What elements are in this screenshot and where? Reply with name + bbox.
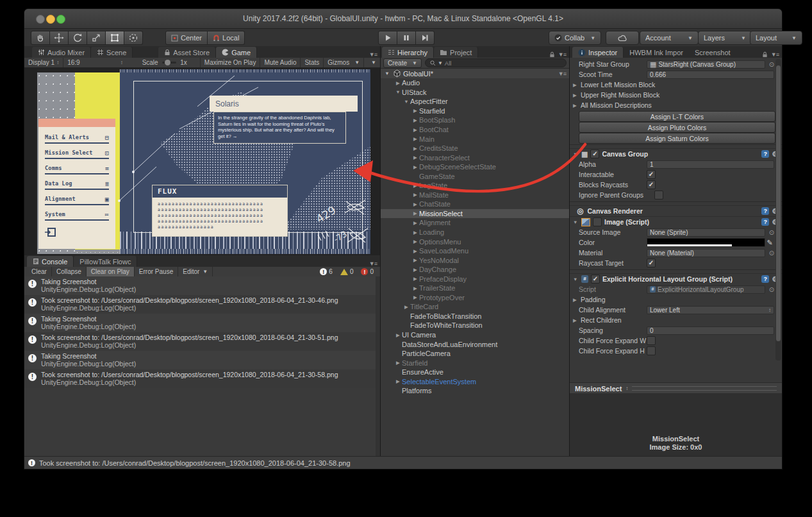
- tab-inspector[interactable]: Inspector: [572, 47, 624, 58]
- console-log-entry[interactable]: Taking Screenshot UnityEngine.Debug:Log(…: [24, 276, 376, 295]
- aspect-dropdown[interactable]: 16:9↕: [63, 58, 126, 67]
- help-icon[interactable]: [761, 218, 769, 226]
- expand-arrow[interactable]: ▼: [394, 89, 402, 95]
- hierarchy-item[interactable]: ParticleCamera: [381, 349, 569, 359]
- tab-console[interactable]: Console: [27, 256, 74, 267]
- console-log-entry[interactable]: Took screenshot to: /Users/conrad/Deskto…: [24, 369, 376, 388]
- game-menu-item[interactable]: Mission Select ⊡: [45, 148, 109, 159]
- foldout-arrow-icon[interactable]: ▶: [573, 318, 579, 323]
- game-menu-item[interactable]: Mail & Alerts ⊟: [45, 132, 109, 144]
- create-button[interactable]: Create▼: [383, 58, 422, 68]
- error-count-toggle[interactable]: !0: [357, 268, 377, 275]
- source-image-field[interactable]: None (Sprite): [647, 228, 765, 237]
- raycast-target-checkbox[interactable]: ✓: [647, 258, 656, 267]
- foldout-row[interactable]: ▶ All Mission Descriptions: [570, 100, 782, 110]
- status-bar[interactable]: ! Took screenshot to: /Users/conrad/Desk…: [24, 456, 782, 469]
- tab-screenshot[interactable]: Screenshot: [689, 47, 736, 58]
- panel-menu-icon[interactable]: ▼≡: [369, 51, 377, 58]
- tab-game[interactable]: Game: [216, 47, 257, 58]
- script-field[interactable]: ExplicitHorizontalLayoutGroup: [647, 285, 765, 294]
- maximize-on-play-button[interactable]: Maximize On Play: [200, 58, 260, 67]
- tab-audio-mixer[interactable]: Audio Mixer: [32, 47, 91, 58]
- hierarchy-item[interactable]: ▶ UI Camera: [381, 330, 569, 340]
- tab-asset-store[interactable]: Asset Store: [158, 47, 216, 58]
- scoot-time-field[interactable]: 0.666: [647, 71, 774, 79]
- expand-arrow[interactable]: ▶: [411, 192, 419, 198]
- foldout-arrow-icon[interactable]: ▶: [573, 92, 579, 98]
- expand-arrow[interactable]: ▶: [411, 294, 419, 300]
- tab-hierarchy[interactable]: Hierarchy: [382, 47, 434, 58]
- hierarchy-item[interactable]: ▶ SelectableEventSystem: [381, 377, 569, 387]
- foldout-row[interactable]: ▶ Lower Left Mission Block: [570, 80, 782, 90]
- console-scrollbar[interactable]: [376, 276, 380, 457]
- help-icon[interactable]: [761, 150, 769, 158]
- hierarchy-item[interactable]: Platforms: [381, 386, 569, 396]
- transform-tool-icon[interactable]: [124, 31, 143, 45]
- padding-foldout[interactable]: ▶ Padding: [570, 294, 782, 305]
- expand-arrow[interactable]: ▶: [411, 117, 419, 123]
- play-button[interactable]: [378, 31, 397, 45]
- game-toolbar-overflow[interactable]: ▼: [363, 58, 380, 67]
- hierarchy-item[interactable]: ▶ BootSplash: [381, 115, 569, 125]
- cloud-button[interactable]: [606, 31, 639, 45]
- account-dropdown[interactable]: Account ▼: [640, 31, 699, 45]
- rect-children-foldout[interactable]: ▶ Rect Children: [570, 315, 782, 325]
- hierarchy-item[interactable]: GameState: [381, 171, 569, 181]
- hierarchy-item[interactable]: ▶ Loading: [381, 228, 569, 237]
- panel-menu-icon[interactable]: ▼≡: [369, 260, 377, 267]
- scale-slider[interactable]: [162, 62, 177, 64]
- console-log-entry[interactable]: Taking Screenshot UnityEngine.Debug:Log(…: [24, 314, 376, 332]
- stats-button[interactable]: Stats: [300, 58, 323, 67]
- expand-arrow[interactable]: ▼: [402, 99, 410, 105]
- foldout-arrow-icon[interactable]: ▶: [573, 103, 579, 108]
- assign-colors-button[interactable]: Assign Saturn Colors: [579, 133, 775, 144]
- hierarchy-item[interactable]: ▶ Audio: [381, 78, 569, 88]
- step-button[interactable]: [416, 31, 435, 45]
- expand-arrow[interactable]: ▶: [411, 127, 419, 133]
- scene-header-row[interactable]: ▼ GlobalUI* ▼≡: [381, 69, 569, 78]
- console-log-entry[interactable]: Taking Screenshot UnityEngine.Debug:Log(…: [24, 351, 376, 369]
- component-enabled-checkbox[interactable]: ✓: [591, 275, 600, 284]
- hierarchy-item[interactable]: ▶ PrototypeOver: [381, 293, 569, 303]
- interactable-checkbox[interactable]: ✓: [647, 170, 656, 179]
- pivot-local-button[interactable]: Local: [208, 31, 245, 45]
- tab-scene[interactable]: Scene: [91, 47, 133, 58]
- titlebar[interactable]: Unity 2017.4.2f2 (64bit) - GlobalUI.unit…: [24, 9, 782, 29]
- layout-dropdown[interactable]: Layout ▼: [750, 31, 802, 45]
- collab-dropdown[interactable]: Collab ▼: [549, 31, 601, 45]
- spacing-field[interactable]: 0: [647, 326, 774, 335]
- game-menu-item[interactable]: Comms ≡: [45, 163, 109, 174]
- assign-colors-button[interactable]: Assign Pluto Colors: [579, 122, 775, 133]
- preview-header[interactable]: MissionSelect ↕: [570, 382, 782, 394]
- hand-tool-icon[interactable]: [31, 31, 50, 45]
- ignore-parent-groups-checkbox[interactable]: [654, 191, 663, 199]
- layers-dropdown[interactable]: Layers ▼: [698, 31, 752, 45]
- pivot-center-button[interactable]: Center: [165, 31, 208, 45]
- hierarchy-item[interactable]: ▶ PrefaceDisplay: [381, 274, 569, 284]
- hierarchy-item[interactable]: ▶ Starfield: [381, 358, 569, 368]
- hierarchy-item[interactable]: ▶ OptionsMenu: [381, 237, 569, 246]
- alpha-field[interactable]: 1: [647, 160, 774, 169]
- rect-tool-icon[interactable]: [106, 31, 124, 45]
- expand-arrow[interactable]: ▶: [411, 276, 419, 282]
- right-star-group-field[interactable]: StarsRight (Canvas Group): [647, 60, 765, 69]
- search-scope-chevron-icon[interactable]: ▼: [438, 60, 443, 66]
- hierarchy-item[interactable]: ▶ Alignment: [381, 218, 569, 228]
- hierarchy-item[interactable]: ▶ MailState: [381, 191, 569, 200]
- expand-arrow[interactable]: ▶: [411, 146, 419, 151]
- expand-arrow[interactable]: ▼: [383, 71, 391, 76]
- child-alignment-dropdown[interactable]: Lower Left↕: [647, 306, 774, 314]
- warning-count-toggle[interactable]: 0: [336, 268, 358, 275]
- object-picker-icon[interactable]: [768, 229, 775, 236]
- editor-dropdown[interactable]: Editor▼: [178, 267, 213, 276]
- foldout-row[interactable]: ▶ Upper Right Mission Block: [570, 90, 782, 100]
- expand-arrow[interactable]: ▶: [411, 155, 419, 160]
- inspector-scrollbar[interactable]: [775, 59, 781, 360]
- lock-icon[interactable]: [762, 51, 768, 58]
- scale-slider-knob[interactable]: [165, 60, 170, 65]
- hierarchy-item[interactable]: ▶ TitleCard: [381, 302, 569, 312]
- blocks-raycasts-checkbox[interactable]: ✓: [647, 180, 656, 189]
- component-enabled-checkbox[interactable]: [593, 217, 602, 226]
- hierarchy-item[interactable]: ▶ Main: [381, 134, 569, 144]
- hierarchy-item[interactable]: ▼ AspectFitter: [381, 97, 569, 106]
